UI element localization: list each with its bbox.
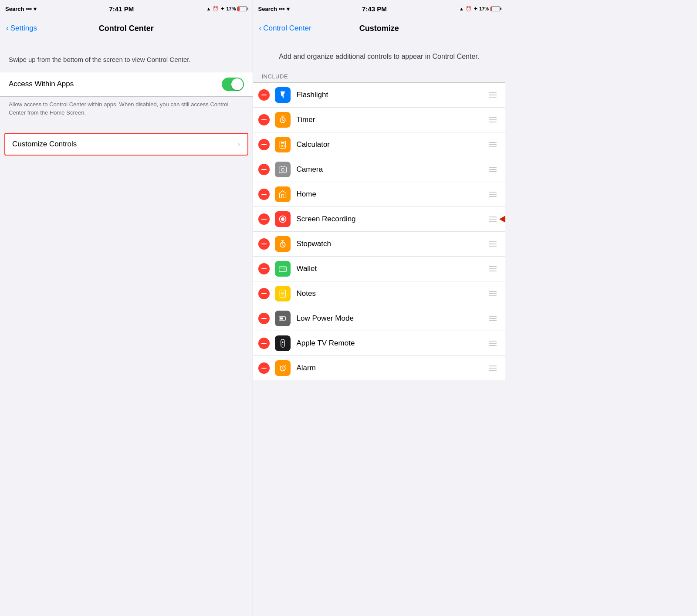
remove-btn-flashlight[interactable] (258, 89, 270, 101)
svg-rect-17 (281, 339, 284, 347)
list-item-low-power-mode[interactable]: Low Power Mode (253, 306, 506, 331)
battery-icon-right (491, 7, 500, 11)
back-chevron-left: ‹ (6, 24, 9, 33)
wifi-icon: ▾ (34, 6, 37, 12)
remove-btn-notes[interactable] (258, 288, 270, 299)
drag-handle-apple-tv-remote[interactable] (487, 339, 498, 348)
svg-point-7 (282, 146, 283, 147)
list-item-apple-tv-remote[interactable]: Apple TV Remote (253, 331, 506, 356)
list-item-notes[interactable]: Notes (253, 281, 506, 306)
app-icon-alarm (275, 360, 291, 376)
status-right-right: ▲ ⏰ ✦ 17% (459, 6, 500, 12)
access-within-apps-item[interactable]: Access Within Apps (0, 72, 253, 96)
carrier-text: Search (5, 6, 24, 12)
item-label-alarm: Alarm (297, 364, 487, 372)
nav-bar-right: ‹ Control Center Customize (253, 17, 506, 39)
screen-recording-arrow (499, 216, 505, 223)
app-icon-stopwatch (275, 236, 291, 252)
location-icon: ▲ (206, 6, 211, 11)
list-item-calculator[interactable]: Calculator (253, 132, 506, 157)
list-item-flashlight[interactable]: Flashlight (253, 83, 506, 108)
battery-text-right: 17% (479, 6, 489, 11)
drag-handle-timer[interactable] (487, 115, 498, 124)
access-within-apps-toggle[interactable] (222, 78, 244, 91)
app-icon-apple-tv-remote (275, 335, 291, 351)
back-button-right[interactable]: ‹ Control Center (259, 24, 311, 33)
drag-handle-low-power-mode[interactable] (487, 314, 498, 323)
signal-icon: ▪▪▪ (26, 6, 32, 12)
right-description: Add and organize additional controls to … (253, 39, 506, 71)
alarm-icon: ⏰ (213, 6, 219, 12)
app-icon-home (275, 186, 291, 202)
customize-row-label: Customize Controls (12, 140, 77, 149)
remove-btn-camera[interactable] (258, 164, 270, 175)
app-icon-screen-recording (275, 211, 291, 227)
list-item-stopwatch[interactable]: Stopwatch (253, 232, 506, 257)
status-bar-left: Search ▪▪▪ ▾ 7:41 PM ▲ ⏰ ✦ 17% (0, 0, 253, 17)
bluetooth-icon-right: ✦ (474, 6, 477, 12)
battery-text-left: 17% (226, 6, 236, 11)
description-left: Swipe up from the bottom of the screen t… (0, 48, 253, 72)
remove-btn-stopwatch[interactable] (258, 238, 270, 250)
back-label-right: Control Center (263, 24, 311, 33)
svg-rect-2 (281, 142, 284, 143)
remove-btn-wallet[interactable] (258, 263, 270, 274)
access-within-apps-label: Access Within Apps (9, 80, 74, 88)
page-title-left: Control Center (99, 24, 154, 33)
item-label-notes: Notes (297, 289, 487, 298)
drag-handle-wallet[interactable] (487, 264, 498, 273)
list-item-camera[interactable]: Camera (253, 157, 506, 182)
list-item-home[interactable]: Home (253, 182, 506, 207)
nav-bar-left: ‹ Settings Control Center (0, 17, 253, 39)
signal-icon-right: ▪▪▪ (279, 6, 285, 12)
customize-controls-row[interactable]: Customize Controls › (4, 133, 248, 156)
remove-btn-low-power-mode[interactable] (258, 313, 270, 324)
drag-handle-notes[interactable] (487, 289, 498, 298)
status-right-left: ▲ ⏰ ✦ 17% (206, 6, 247, 12)
svg-point-19 (282, 345, 283, 345)
right-panel: Search ▪▪▪ ▾ 7:43 PM ▲ ⏰ ✦ 17% ‹ Control… (253, 0, 506, 616)
item-label-wallet: Wallet (297, 264, 487, 273)
remove-btn-screen-recording[interactable] (258, 213, 270, 225)
app-icon-low-power-mode (275, 311, 291, 326)
svg-point-5 (284, 145, 284, 146)
remove-btn-home[interactable] (258, 189, 270, 200)
list-item-alarm[interactable]: Alarm (253, 356, 506, 380)
drag-handle-camera[interactable] (487, 165, 498, 174)
back-chevron-right: ‹ (259, 24, 262, 33)
drag-handle-screen-recording[interactable] (487, 215, 498, 223)
settings-group-left: Access Within Apps (0, 72, 253, 97)
svg-point-6 (281, 146, 281, 147)
svg-point-3 (281, 145, 281, 146)
time-left: 7:41 PM (109, 5, 134, 13)
drag-handle-calculator[interactable] (487, 140, 498, 149)
back-button-left[interactable]: ‹ Settings (6, 24, 37, 33)
item-label-flashlight: Flashlight (297, 91, 487, 99)
svg-rect-16 (280, 318, 283, 320)
remove-btn-timer[interactable] (258, 114, 270, 125)
drag-handle-home[interactable] (487, 190, 498, 199)
svg-point-4 (282, 145, 283, 146)
drag-handle-alarm[interactable] (487, 364, 498, 372)
svg-rect-13 (279, 267, 286, 272)
drag-handle-stopwatch[interactable] (487, 240, 498, 248)
svg-point-8 (284, 146, 284, 147)
remove-btn-calculator[interactable] (258, 139, 270, 150)
item-label-low-power-mode: Low Power Mode (297, 314, 487, 323)
app-icon-flashlight (275, 87, 291, 103)
svg-point-18 (282, 342, 283, 343)
back-label-left: Settings (10, 24, 37, 33)
app-icon-camera (275, 162, 291, 177)
drag-handle-flashlight[interactable] (487, 91, 498, 99)
app-icon-wallet (275, 261, 291, 277)
remove-btn-apple-tv-remote[interactable] (258, 338, 270, 349)
list-item-screen-recording[interactable]: Screen Recording (253, 207, 506, 232)
app-icon-notes (275, 286, 291, 301)
item-label-stopwatch: Stopwatch (297, 240, 487, 248)
remove-btn-alarm[interactable] (258, 362, 270, 374)
access-description: Allow access to Control Center within ap… (0, 97, 253, 124)
battery-icon-left (237, 7, 247, 11)
status-right-left-group: Search ▪▪▪ ▾ (258, 6, 290, 12)
list-item-wallet[interactable]: Wallet (253, 257, 506, 281)
list-item-timer[interactable]: Timer (253, 108, 506, 132)
